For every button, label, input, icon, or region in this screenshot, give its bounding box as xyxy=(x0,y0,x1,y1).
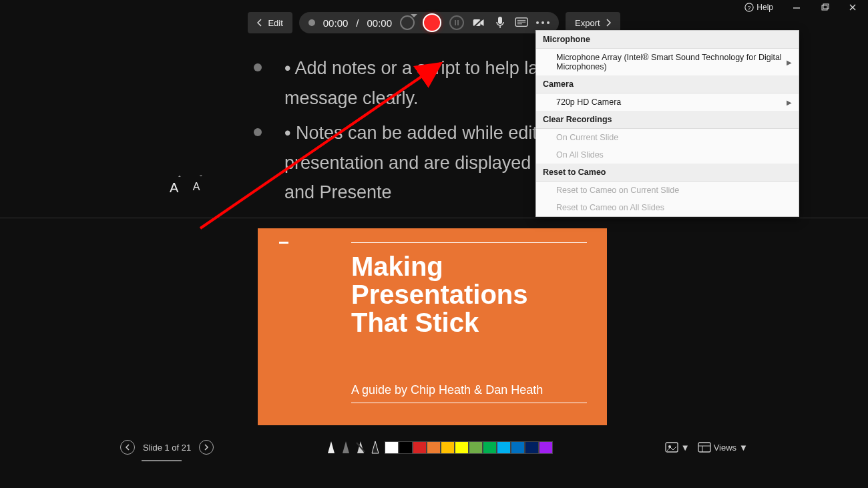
menu-header-microphone: Microphone xyxy=(536,31,799,49)
minimize-button[interactable] xyxy=(792,3,801,12)
cameo-toggle[interactable]: ▼ xyxy=(665,442,690,453)
time-total: 00:00 xyxy=(367,17,393,29)
camera-toggle-icon[interactable] xyxy=(472,16,485,29)
time-elapsed: 00:00 xyxy=(323,17,349,29)
color-swatch-2[interactable] xyxy=(413,441,427,454)
slide-counter: Slide 1 of 21 xyxy=(143,443,191,453)
menu-item-clear-all[interactable]: On All Slides xyxy=(536,146,799,164)
color-swatch-11[interactable] xyxy=(539,441,553,454)
color-swatch-3[interactable] xyxy=(427,441,441,454)
slide-progress-indicator xyxy=(142,460,182,461)
slide-rule xyxy=(351,403,587,403)
svg-rect-9 xyxy=(498,17,502,24)
menu-item-microphone-device[interactable]: Microphone Array (Intel® Smart Sound Tec… xyxy=(536,49,799,75)
color-swatch-6[interactable] xyxy=(469,441,483,454)
svg-rect-19 xyxy=(698,443,710,452)
edit-label: Edit xyxy=(268,18,282,28)
restore-button[interactable] xyxy=(820,3,829,12)
submenu-caret-icon: ▶ xyxy=(787,99,792,106)
bullet-icon xyxy=(254,128,262,136)
recording-bar: 00:00 / 00:00 xyxy=(299,12,559,33)
chevron-down-icon: ▼ xyxy=(739,443,748,453)
menu-header-clear-recordings: Clear Recordings xyxy=(536,111,799,129)
pause-button[interactable] xyxy=(449,15,464,30)
menu-item-label: 720p HD Camera xyxy=(556,97,621,107)
decrease-font-button[interactable]: Aˇ xyxy=(193,180,202,196)
menu-item-label: On Current Slide xyxy=(556,133,618,142)
pen-tool-2[interactable] xyxy=(341,440,351,455)
microphone-toggle-icon[interactable] xyxy=(493,16,507,29)
svg-rect-3 xyxy=(822,5,827,10)
chevron-down-icon: ▼ xyxy=(681,443,690,453)
retake-dropdown[interactable] xyxy=(400,15,415,30)
next-slide-button[interactable] xyxy=(199,440,214,455)
pen-tool-1[interactable] xyxy=(326,440,337,455)
color-swatch-1[interactable] xyxy=(399,441,413,454)
help-label: Help xyxy=(756,3,773,12)
menu-header-reset-cameo: Reset to Cameo xyxy=(536,164,799,182)
record-indicator-icon xyxy=(308,19,315,26)
color-swatch-0[interactable] xyxy=(385,441,399,454)
views-label: Views xyxy=(714,443,736,453)
bullet-icon xyxy=(254,63,262,71)
increase-font-button[interactable]: Aˆ xyxy=(170,180,181,196)
menu-item-reset-cameo-current[interactable]: Reset to Cameo on Current Slide xyxy=(536,182,799,199)
close-button[interactable] xyxy=(848,3,857,12)
menu-item-reset-cameo-all[interactable]: Reset to Cameo on All Slides xyxy=(536,199,799,216)
slide-subtitle: A guide by Chip Heath & Dan Heath xyxy=(351,383,587,397)
svg-rect-4 xyxy=(823,4,829,9)
slide-rule xyxy=(351,242,587,243)
submenu-caret-icon: ▶ xyxy=(787,59,792,66)
color-swatch-9[interactable] xyxy=(511,441,525,454)
color-swatch-7[interactable] xyxy=(483,441,497,454)
color-swatch-10[interactable] xyxy=(525,441,539,454)
color-swatch-4[interactable] xyxy=(441,441,455,454)
section-divider xyxy=(0,218,868,218)
views-button[interactable]: Views ▼ xyxy=(698,442,748,453)
menu-item-label: On All Slides xyxy=(556,150,604,160)
menu-item-label: Reset to Cameo on Current Slide xyxy=(556,186,679,195)
more-options-button[interactable] xyxy=(536,16,550,29)
record-button[interactable] xyxy=(423,13,441,32)
menu-item-clear-current[interactable]: On Current Slide xyxy=(536,129,799,146)
menu-item-label: Microphone Array (Intel® Smart Sound Tec… xyxy=(556,53,787,71)
time-separator: / xyxy=(356,17,359,29)
eraser-tool[interactable] xyxy=(355,440,366,455)
color-swatch-5[interactable] xyxy=(455,441,469,454)
slide-accent-mark xyxy=(279,242,288,244)
menu-item-label: Reset to Cameo on All Slides xyxy=(556,203,664,212)
svg-text:?: ? xyxy=(748,5,751,11)
menu-item-camera-device[interactable]: 720p HD Camera ▶ xyxy=(536,93,799,111)
prev-slide-button[interactable] xyxy=(120,440,135,455)
slide-title: Making Presentations That Stick xyxy=(351,252,587,336)
edit-button[interactable]: Edit xyxy=(248,12,292,33)
export-label: Export xyxy=(575,18,600,28)
help-button[interactable]: ? Help xyxy=(744,3,773,12)
highlighter-tool[interactable] xyxy=(370,440,381,455)
color-swatch-8[interactable] xyxy=(497,441,511,454)
pen-tools xyxy=(326,440,553,455)
slide-preview: Making Presentations That Stick A guide … xyxy=(258,228,607,425)
teleprompter-icon[interactable] xyxy=(515,16,528,29)
menu-header-camera: Camera xyxy=(536,75,799,93)
settings-menu: Microphone Microphone Array (Intel® Smar… xyxy=(535,30,799,217)
